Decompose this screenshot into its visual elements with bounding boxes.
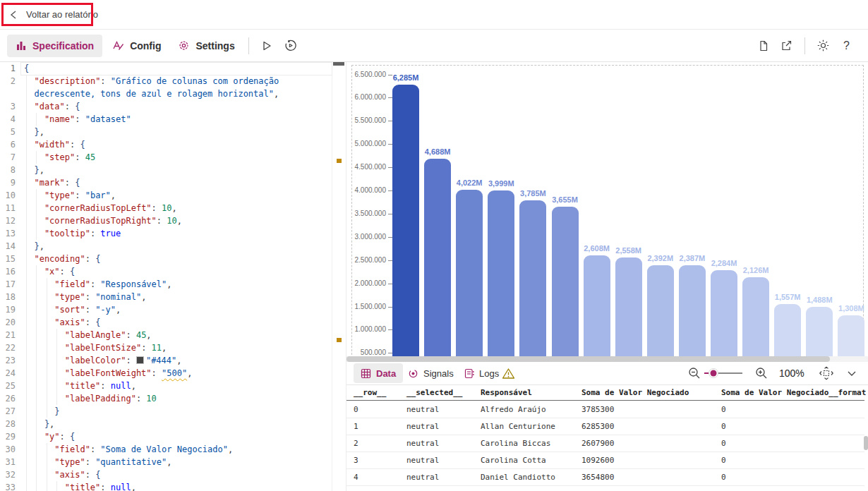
code-text: "type": "nominal", — [24, 291, 146, 303]
tab-data-label: Data — [376, 368, 396, 379]
zoom-slider-icon — [704, 366, 743, 380]
chart-bar[interactable] — [552, 207, 579, 356]
code-text: "labelFontWeight": "500", — [24, 367, 192, 380]
code-row: 9"mark": { — [0, 176, 346, 189]
code-text: "field": "Soma de Valor Negociado", — [24, 443, 233, 456]
tab-specification[interactable]: Specification — [7, 35, 102, 57]
sun-icon — [817, 40, 829, 51]
zoom-out-button[interactable] — [687, 363, 701, 383]
apply-button[interactable] — [255, 35, 279, 57]
tab-logs-label: Logs — [479, 368, 499, 379]
table-row: 3neutralCarolina Cotta10926000 — [346, 451, 864, 469]
code-text: "sort": "-y", — [24, 303, 121, 316]
bar-value-label: 3,655M — [544, 195, 586, 204]
table-cell: 1092600 — [581, 451, 614, 468]
code-row: 24"labelFontWeight": "500", — [0, 367, 346, 380]
table-cell: Allan Centurione — [481, 418, 555, 435]
bar-value-label: 1,488M — [798, 296, 840, 304]
code-text: "axis": { — [24, 316, 100, 329]
zoom-slider[interactable] — [704, 363, 743, 383]
calligraphy-pen-icon — [112, 40, 124, 51]
y-axis-tick-label: 3.500.000 — [349, 210, 386, 217]
line-number: 7 — [0, 151, 16, 164]
debug-tabbar: Data Signals Logs — [346, 362, 868, 385]
chart-hscrollbar-track[interactable] — [346, 356, 868, 362]
code-text: "tooltip": true — [24, 227, 121, 240]
code-text: "labelPadding": 10 — [24, 392, 157, 405]
help-button[interactable]: ? — [835, 35, 858, 57]
code-text: "axis": { — [24, 468, 100, 481]
chart-bar[interactable] — [806, 307, 833, 356]
line-number: 1 — [0, 62, 16, 75]
y-axis-tick-label: 4.500.000 — [349, 163, 386, 171]
tab-signals[interactable]: Signals — [408, 363, 454, 383]
code-row: 15"encoding": { — [0, 253, 346, 265]
fit-to-view-button[interactable] — [818, 363, 835, 383]
code-row: 5}, — [0, 126, 346, 138]
table-cell: 0 — [721, 468, 726, 485]
code-row: 7"step": 45 — [0, 151, 346, 164]
zoom-in-button[interactable] — [754, 363, 768, 383]
tab-signals-label: Signals — [423, 368, 454, 379]
code-text: "type": "quantitative", — [24, 456, 172, 468]
line-number: 23 — [0, 354, 16, 367]
line-number: 14 — [0, 240, 16, 253]
chart-bar[interactable] — [488, 190, 514, 356]
code-row: 29"y": { — [0, 430, 346, 443]
code-text: "step": 45 — [24, 151, 95, 164]
chart-bar[interactable] — [679, 265, 706, 356]
code-text: }, — [24, 418, 54, 430]
new-specification-button[interactable] — [752, 35, 775, 57]
table-cell: 3654800 — [581, 468, 614, 485]
chart-bar[interactable] — [742, 277, 769, 356]
line-number: 20 — [0, 316, 16, 329]
chart-bar[interactable] — [584, 255, 610, 356]
zoom-level-value: 100% — [779, 368, 804, 379]
chart-bar[interactable] — [615, 257, 642, 356]
line-number: 5 — [0, 126, 16, 138]
code-row: 2"description": "Gráfico de colunas com … — [0, 75, 346, 87]
code-row: 22"labelFontSize": 11, — [0, 341, 346, 354]
chart-hscrollbar-thumb[interactable] — [346, 356, 830, 362]
table-cell: 3785300 — [581, 401, 614, 418]
table-cell: 2607900 — [581, 435, 614, 451]
table-cell: neutral — [406, 435, 439, 451]
code-row: 10"type": "bar", — [0, 189, 346, 202]
line-number: 18 — [0, 291, 16, 303]
chart-bar[interactable] — [711, 270, 737, 356]
chart-bar[interactable] — [392, 85, 419, 356]
line-number: 19 — [0, 303, 16, 316]
tab-config[interactable]: Config — [105, 35, 168, 57]
json-code-editor[interactable]: 1{2"description": "Gráfico de colunas co… — [0, 62, 346, 491]
auto-apply-button[interactable] — [279, 35, 302, 57]
chart-bar[interactable] — [647, 265, 674, 356]
zoom-out-icon — [687, 366, 701, 380]
tab-settings[interactable]: Settings — [171, 35, 241, 57]
chart-bar[interactable] — [838, 315, 864, 356]
code-row: 28}, — [0, 418, 346, 430]
theme-toggle-button[interactable] — [812, 35, 835, 57]
table-cell: neutral — [406, 468, 439, 485]
collapse-panel-button[interactable] — [846, 363, 857, 383]
tab-logs[interactable]: Logs — [464, 363, 499, 383]
chart-bar[interactable] — [519, 200, 546, 356]
line-number: 13 — [0, 227, 16, 240]
chart-bar[interactable] — [424, 159, 451, 356]
y-axis-tick-label: 5.000.000 — [349, 140, 386, 147]
toolbar-separator-2 — [804, 37, 805, 54]
line-number: 10 — [0, 189, 16, 202]
export-button[interactable] — [775, 35, 798, 57]
table-cell: 2 — [354, 435, 358, 451]
bar-value-label: 6,285M — [385, 73, 427, 82]
tab-data[interactable]: Data — [354, 363, 403, 383]
table-vscrollbar-thumb[interactable] — [864, 436, 868, 450]
line-number: 4 — [0, 113, 16, 126]
question-mark-icon: ? — [843, 40, 850, 52]
table-row: 2neutralCarolina Biccas26079000 — [346, 435, 864, 452]
line-number: 21 — [0, 329, 16, 341]
chart-bar[interactable] — [774, 304, 801, 356]
line-number: 32 — [0, 468, 16, 481]
chart-bar[interactable] — [456, 190, 483, 356]
table-cell: neutral — [406, 418, 439, 435]
y-axis-tick-label: 1.500.000 — [349, 303, 386, 310]
